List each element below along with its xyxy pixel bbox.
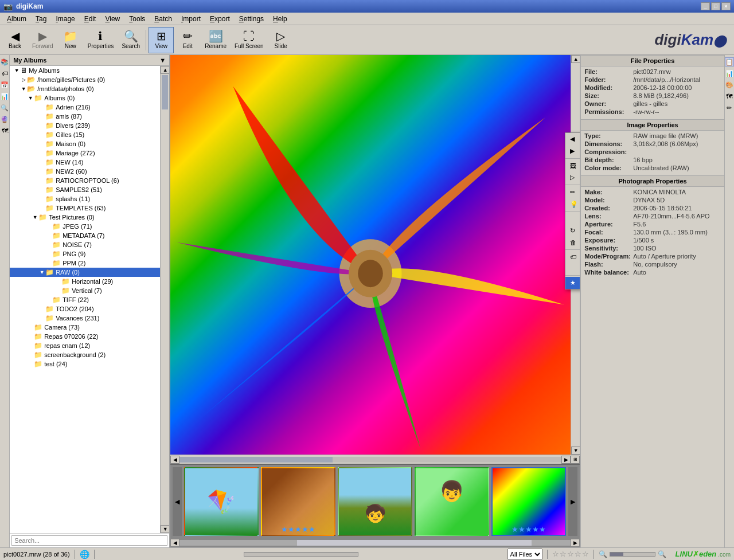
rename-button[interactable]: 🔤 Rename bbox=[201, 27, 230, 53]
menu-import[interactable]: Import bbox=[177, 14, 205, 24]
tree-toggle-mnt[interactable]: ▼ bbox=[20, 86, 27, 92]
image-scroll-up[interactable]: ▲ bbox=[571, 55, 580, 63]
tree-item-mnt[interactable]: ▼ 📂 /mnt/data/photos (0) bbox=[10, 84, 160, 93]
fullscreen-button[interactable]: ⛶ Full Screen bbox=[231, 27, 267, 53]
tree-item-metadata[interactable]: 📁 METADATA (7) bbox=[10, 231, 160, 240]
tree-item-horizontal[interactable]: 📁 Horizontal (29) bbox=[10, 277, 160, 286]
tree-item-ppm[interactable]: 📁 PPM (2) bbox=[10, 259, 160, 268]
tree-item-samples2[interactable]: 📁 SAMPLES2 (51) bbox=[10, 185, 160, 194]
tree-toggle-albums[interactable]: ▼ bbox=[27, 95, 34, 101]
edit-right-sidebar-icon[interactable]: ✏ bbox=[725, 103, 734, 112]
new-button[interactable]: 📁 New bbox=[58, 27, 83, 53]
thumbnail-1[interactable]: 🪁 bbox=[184, 467, 259, 536]
filter-dropdown[interactable]: All Files bbox=[507, 549, 542, 560]
ctx-rotate[interactable]: ↻ Rotate ▶ bbox=[565, 225, 580, 237]
tree-item-raw[interactable]: ▼ 📁 RAW (0) bbox=[10, 268, 160, 277]
tree-item-test[interactable]: 📁 test (24) bbox=[10, 359, 160, 369]
menu-export[interactable]: Export bbox=[205, 14, 235, 24]
thumbnail-3[interactable]: 🧒 bbox=[338, 467, 412, 536]
view-button[interactable]: ⊞ View bbox=[149, 27, 174, 53]
zoom-in-icon[interactable]: 🔍 bbox=[658, 550, 666, 558]
close-button[interactable]: × bbox=[721, 2, 731, 10]
hscroll-right[interactable]: ▶ bbox=[561, 456, 571, 464]
search-sidebar-icon[interactable]: 🔍 bbox=[0, 103, 9, 112]
ctx-add-to-light-table[interactable]: 💡 Add to Light Table bbox=[565, 198, 580, 210]
slide-button[interactable]: ▷ Slide bbox=[268, 27, 294, 53]
tree-item-repas[interactable]: 📁 Repas 070206 (22) bbox=[10, 332, 160, 341]
tags-sidebar-icon[interactable]: 🏷 bbox=[0, 69, 9, 78]
back-button[interactable]: ◀ Back bbox=[2, 27, 28, 53]
search-input[interactable] bbox=[11, 535, 167, 546]
tree-item-maison[interactable]: 📁 Maison (0) bbox=[10, 139, 160, 148]
tree-item-jpeg[interactable]: 📁 JPEG (71) bbox=[10, 222, 160, 231]
tree-item-repas-cnam[interactable]: 📁 repas cnam (12) bbox=[10, 341, 160, 350]
fuzzy-sidebar-icon[interactable]: 🔮 bbox=[0, 115, 9, 124]
tree-item-templates[interactable]: 📁 TEMPLATES (63) bbox=[10, 203, 160, 213]
timeline-sidebar-icon[interactable]: 📊 bbox=[0, 92, 9, 101]
hscroll-left[interactable]: ◀ bbox=[170, 456, 179, 464]
tree-toggle-home[interactable]: ▷ bbox=[20, 77, 27, 83]
tree-item-screenbackground[interactable]: 📁 screenbackground (2) bbox=[10, 350, 160, 359]
tree-item-vertical[interactable]: 📁 Vertical (7) bbox=[10, 286, 160, 295]
menu-image[interactable]: Image bbox=[51, 14, 79, 24]
tree-toggle-raw[interactable]: ▼ bbox=[38, 269, 45, 275]
tree-item-gilles[interactable]: 📁 Gilles (15) bbox=[10, 130, 160, 139]
tree-item-vacances[interactable]: 📁 Vacances (231) bbox=[10, 314, 160, 323]
thumb-hscrollbar-track[interactable] bbox=[179, 540, 571, 546]
ctx-back-to-album[interactable]: 🖼 Back to Album bbox=[565, 160, 580, 171]
maximize-button[interactable]: □ bbox=[711, 2, 720, 10]
map-sidebar-icon[interactable]: 🗺 bbox=[725, 92, 734, 101]
menu-help[interactable]: Help bbox=[268, 14, 292, 24]
ctx-slideshow[interactable]: ▷ SlideShow bbox=[565, 171, 580, 183]
properties-sidebar-icon[interactable]: 📋 bbox=[725, 57, 734, 66]
thumb-scroll-right[interactable]: ▶ bbox=[568, 467, 577, 536]
zoom-slider-thumb[interactable] bbox=[610, 553, 623, 556]
ctx-assign-tag[interactable]: 🏷 Assign Tag ▶ bbox=[565, 251, 580, 263]
metadata-sidebar-icon[interactable]: 📊 bbox=[725, 69, 734, 78]
tree-item-new[interactable]: 📁 NEW (14) bbox=[10, 158, 160, 167]
tree-item-albums[interactable]: ▼ 📁 Albums (0) bbox=[10, 93, 160, 103]
tree-item-amis[interactable]: 📁 amis (87) bbox=[10, 112, 160, 121]
colors-sidebar-icon[interactable]: 🎨 bbox=[725, 80, 734, 89]
thumb-hscrollbar[interactable]: ◀ ▶ bbox=[170, 538, 580, 547]
image-hscrollbar[interactable]: ◀ ▶ ⊞ bbox=[170, 455, 580, 464]
menu-album[interactable]: Album bbox=[2, 14, 31, 24]
scroll-up-button[interactable]: ▲ bbox=[161, 66, 169, 74]
scroll-down-button[interactable]: ▼ bbox=[161, 525, 169, 533]
edit-button[interactable]: ✏ Edit bbox=[175, 27, 200, 53]
menu-settings[interactable]: Settings bbox=[235, 14, 268, 24]
ctx-assign-rating[interactable]: ★ Assign Rating ▶ bbox=[565, 277, 580, 289]
thumb-hscrollbar-thumb[interactable] bbox=[297, 540, 532, 546]
thumbnail-2[interactable]: ★★★★★ bbox=[261, 467, 335, 536]
image-scroll-down[interactable]: ▼ bbox=[571, 447, 580, 455]
gps-sidebar-icon[interactable]: 🗺 bbox=[0, 126, 9, 135]
thumb-scroll-left[interactable]: ◀ bbox=[173, 467, 182, 536]
album-panel-toggle[interactable]: ▼ bbox=[159, 57, 166, 64]
tree-item-adrien[interactable]: 📁 Adrien (216) bbox=[10, 103, 160, 112]
search-button[interactable]: 🔍 Search bbox=[118, 27, 143, 53]
ctx-move-to-trash[interactable]: 🗑 Move to Trash bbox=[565, 237, 580, 248]
albums-sidebar-icon[interactable]: 📚 bbox=[0, 57, 9, 66]
dates-sidebar-icon[interactable]: 📅 bbox=[0, 80, 9, 89]
thumbnail-4[interactable]: 👦 bbox=[415, 467, 489, 536]
tree-item-todo2[interactable]: 📁 TODO2 (204) bbox=[10, 304, 160, 314]
properties-button[interactable]: ℹ Properties bbox=[84, 27, 118, 53]
tree-item-png[interactable]: 📁 PNG (9) bbox=[10, 249, 160, 259]
tree-item-home[interactable]: ▷ 📂 /home/gilles/Pictures (0) bbox=[10, 75, 160, 84]
forward-button[interactable]: ▶ Forward bbox=[29, 27, 57, 53]
hscrollbar-track[interactable] bbox=[179, 457, 561, 463]
status-star-4[interactable]: ☆ bbox=[575, 550, 581, 558]
tree-item-mariage[interactable]: 📁 Mariage (272) bbox=[10, 148, 160, 158]
tree-toggle-test-pictures[interactable]: ▼ bbox=[32, 214, 38, 220]
status-star-2[interactable]: ☆ bbox=[560, 550, 567, 558]
status-rating[interactable]: ☆ ☆ ☆ ☆ ☆ bbox=[552, 550, 589, 558]
ctx-open-with[interactable]: Open With ▶ bbox=[565, 213, 580, 225]
album-tree-scrollbar[interactable]: ▲ ▼ bbox=[160, 66, 169, 533]
menu-tag[interactable]: Tag bbox=[31, 14, 51, 24]
menu-batch[interactable]: Batch bbox=[150, 14, 177, 24]
scrollbar-track[interactable] bbox=[161, 74, 169, 525]
menu-edit[interactable]: Edit bbox=[80, 14, 101, 24]
tree-item-my-albums[interactable]: ▼ 🖥 My Albums bbox=[10, 66, 160, 75]
thumb-hscroll-right[interactable]: ▶ bbox=[571, 539, 580, 547]
ctx-forward[interactable]: ▶ Forward bbox=[565, 145, 580, 157]
